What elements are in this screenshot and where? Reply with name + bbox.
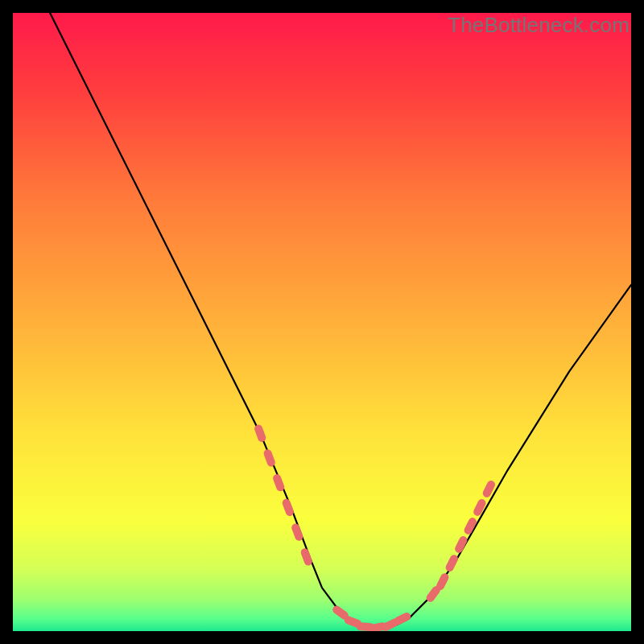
highlight-dot: [459, 540, 463, 549]
highlight-dot: [305, 552, 308, 561]
highlight-dot: [295, 528, 299, 537]
chart-frame: TheBottleneck.com: [13, 13, 631, 631]
highlight-dot: [469, 522, 473, 530]
highlight-dot: [440, 577, 444, 586]
highlight-dot: [477, 503, 481, 512]
watermark-text: TheBottleneck.com: [448, 13, 630, 38]
highlight-dot: [398, 617, 407, 621]
highlight-dot: [287, 503, 290, 512]
bottleneck-chart: [13, 13, 631, 631]
highlight-dot: [361, 626, 370, 627]
gradient-background: [13, 13, 631, 631]
highlight-dot: [431, 590, 436, 598]
highlight-dot: [450, 559, 454, 568]
highlight-dot: [336, 609, 345, 615]
highlight-dot: [373, 626, 382, 628]
highlight-dot: [349, 620, 357, 623]
highlight-dot: [277, 478, 280, 487]
highlight-dot: [487, 485, 491, 493]
highlight-dot: [258, 429, 262, 438]
highlight-dot: [386, 623, 394, 627]
highlight-dot: [268, 453, 271, 462]
